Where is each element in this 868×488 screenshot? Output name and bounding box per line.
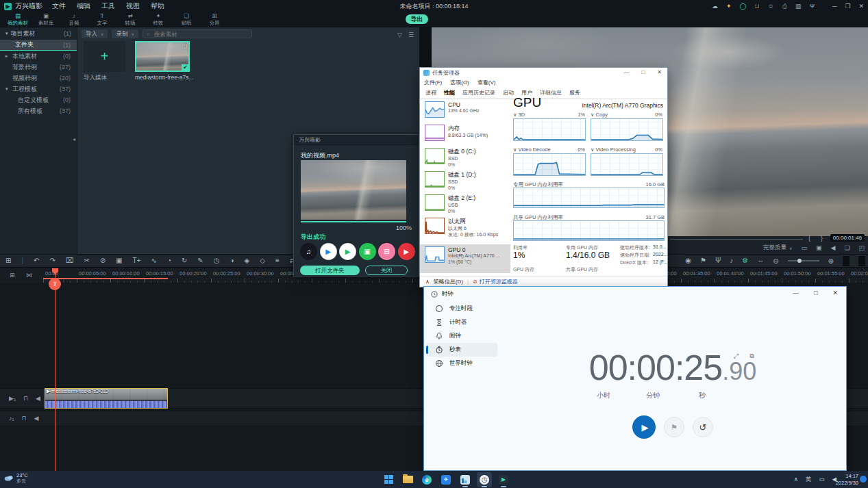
messenger-app-icon[interactable]: ✈ — [438, 472, 454, 487]
sidebar-item-视频样例[interactable]: 视频样例(20) — [0, 73, 77, 84]
timeline-view-button[interactable] — [843, 256, 850, 266]
sidebar-collapse-icon[interactable]: ◂ — [73, 136, 75, 142]
collapse-icon[interactable]: ∧ — [425, 279, 430, 285]
audio-denoise-icon[interactable]: ∿ — [151, 257, 157, 264]
text-icon[interactable]: T+ — [133, 257, 141, 264]
menu-工具[interactable]: 工具 — [101, 1, 115, 11]
notification-badge[interactable] — [860, 476, 867, 483]
tab-文字[interactable]: T文字 — [91, 12, 113, 27]
tab-音频[interactable]: ♪音频 — [63, 12, 85, 27]
nav-item-计时器[interactable]: 计时器 — [426, 316, 497, 329]
cast-icon[interactable]: ▭ — [819, 476, 824, 483]
display-icon[interactable]: ▭ — [801, 245, 807, 251]
restore-button[interactable]: ❐ — [845, 3, 850, 10]
mixer-icon[interactable]: ≡ — [275, 257, 280, 264]
tray-chevron-icon[interactable]: ∧ — [794, 476, 798, 483]
video-track-icon[interactable]: ▶₁ — [9, 396, 16, 402]
mute-track-icon[interactable]: ◀ — [36, 396, 40, 402]
explorer-icon[interactable] — [400, 472, 415, 487]
minimize-button[interactable]: — — [793, 290, 799, 296]
fit-timeline-icon[interactable]: ⇔ — [757, 257, 764, 264]
crop-icon[interactable]: ▣ — [116, 257, 122, 264]
filmora-app-icon[interactable]: ▶ — [496, 472, 511, 487]
split-icon[interactable]: ✂ — [84, 257, 89, 264]
voiceover-icon[interactable]: Ψ — [715, 257, 721, 264]
package-icon[interactable]: ▥ — [795, 3, 802, 10]
fullscreen-icon[interactable]: ◰ — [858, 245, 865, 251]
speaker-icon[interactable]: ◀ — [830, 245, 835, 251]
zoom-slider-knob[interactable] — [797, 259, 802, 263]
tab-我的素材[interactable]: ▤我的素材 — [7, 12, 29, 27]
mask-icon[interactable]: ⊘ — [100, 257, 106, 264]
export-frame-icon[interactable]: ❏ — [844, 245, 850, 251]
audio-track-icon[interactable]: ♪₁ — [9, 415, 14, 422]
weather-widget[interactable]: 23°C 多云 — [4, 472, 28, 484]
sidebar-item-工程模板[interactable]: ▾工程模板(37) — [0, 84, 77, 94]
close-button[interactable]: ✕ — [858, 3, 864, 10]
tab-贴纸[interactable]: ❏贴纸 — [175, 12, 197, 27]
lock-track-icon[interactable]: ⊓ — [22, 415, 27, 422]
color-icon[interactable]: ◑ — [230, 257, 234, 264]
edge-icon[interactable]: e — [419, 472, 434, 487]
quality-select[interactable]: 完整质量∨ — [763, 244, 792, 252]
open-folder-button[interactable]: 打开文件夹 — [300, 266, 360, 275]
task-manager-icon[interactable] — [458, 472, 473, 487]
rotate-icon[interactable]: ↻ — [182, 257, 187, 264]
nav-item-专注时段[interactable]: 专注时段 — [426, 302, 497, 316]
lap-button[interactable]: ⚑ — [664, 417, 684, 437]
haokan-icon[interactable]: ▶ — [398, 243, 415, 260]
filter-icon[interactable]: ▽ — [397, 31, 402, 38]
cart-icon[interactable]: ⊔ — [755, 3, 760, 10]
preview-scrubber[interactable] — [670, 239, 803, 240]
auto-caption-icon[interactable]: ⚙ — [742, 257, 748, 264]
ring-icon[interactable]: ◯ — [739, 3, 746, 10]
menu-视图[interactable]: 视图 — [126, 1, 140, 11]
manage-tracks-icon[interactable]: ⊞ — [10, 272, 15, 279]
media-clip-thumbnail[interactable]: ❏ ✔ — [135, 41, 190, 72]
sidebar-header[interactable]: ▾ 项目素材 (1) — [0, 27, 77, 40]
close-button[interactable]: ✕ — [832, 290, 838, 296]
mic-icon[interactable]: Ψ — [809, 3, 815, 10]
mark-out-button[interactable]: } — [821, 235, 823, 242]
cloud-icon[interactable]: ☁ — [712, 3, 718, 10]
zoom-slider[interactable] — [788, 260, 819, 261]
search-box[interactable]: ○ — [142, 29, 252, 38]
start-stopwatch-button[interactable]: ▶ — [632, 415, 656, 439]
snapshot-icon[interactable]: ▣ — [816, 245, 822, 251]
menu-文件[interactable]: 文件 — [52, 1, 66, 11]
tab-素材库[interactable]: ▣素材库 — [35, 12, 57, 27]
undo-icon[interactable]: ↶ — [34, 257, 39, 264]
bilibili-icon[interactable]: ⊟ — [378, 243, 395, 260]
export-button[interactable]: 导出 — [406, 14, 428, 24]
ime-indicator[interactable]: 英 — [806, 476, 812, 483]
clock-app-icon[interactable]: ◷ — [477, 472, 492, 487]
nav-item-闹钟[interactable]: 闹钟 — [426, 329, 497, 343]
link-icon[interactable]: ⋈ — [26, 272, 32, 279]
menu-帮助[interactable]: 帮助 — [151, 1, 164, 11]
close-dialog-button[interactable]: 关闭 — [365, 266, 408, 275]
zoom-in-icon[interactable]: ⊕ — [828, 257, 834, 265]
speed-icon[interactable]: ◔ — [167, 257, 171, 264]
split-playhead-button[interactable]: ✂ — [49, 278, 61, 290]
reset-button[interactable]: ↺ — [693, 417, 713, 437]
menu-编辑[interactable]: 编辑 — [77, 1, 90, 11]
nav-item-秒表[interactable]: 秒表 — [426, 343, 497, 357]
mute-track-icon[interactable]: ◀ — [34, 415, 39, 422]
youku-icon[interactable]: ▶ — [320, 243, 337, 260]
sidebar-item-所有模板[interactable]: 所有模板(37) — [0, 105, 77, 116]
view-menu-icon[interactable]: ☰ — [408, 31, 414, 38]
tab-特效[interactable]: ✦特效 — [147, 12, 169, 27]
delete-icon[interactable]: ⌧ — [66, 257, 74, 264]
import-media-tile[interactable]: + — [84, 41, 125, 72]
douyin-icon[interactable]: ♫ — [300, 243, 317, 260]
audio-mixer-icon[interactable]: ♪ — [730, 257, 733, 264]
motion-track-icon[interactable]: ◈ — [245, 257, 250, 264]
redo-icon[interactable]: ↷ — [49, 257, 55, 264]
open-resource-monitor-link[interactable]: ⊘打开资源监视器 — [473, 278, 518, 285]
save-icon[interactable]: ⎙ — [782, 3, 787, 10]
keyframe-icon[interactable]: ◇ — [260, 257, 265, 264]
render-preview-icon[interactable]: ◉ — [685, 257, 691, 264]
maximize-button[interactable]: □ — [814, 290, 817, 296]
edit-icon[interactable]: ✎ — [197, 257, 203, 264]
summary-toggle[interactable]: 简略信息(D) — [434, 278, 463, 285]
